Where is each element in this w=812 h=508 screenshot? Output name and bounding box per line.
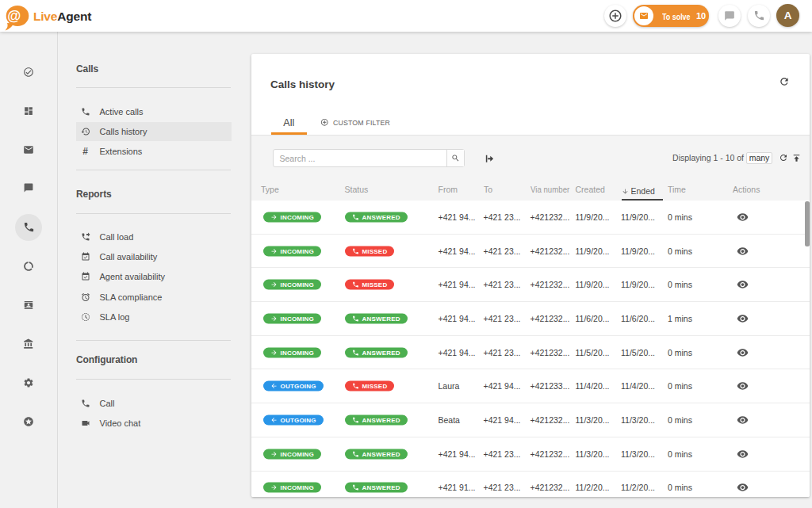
svg-text:@: @ xyxy=(7,8,21,24)
